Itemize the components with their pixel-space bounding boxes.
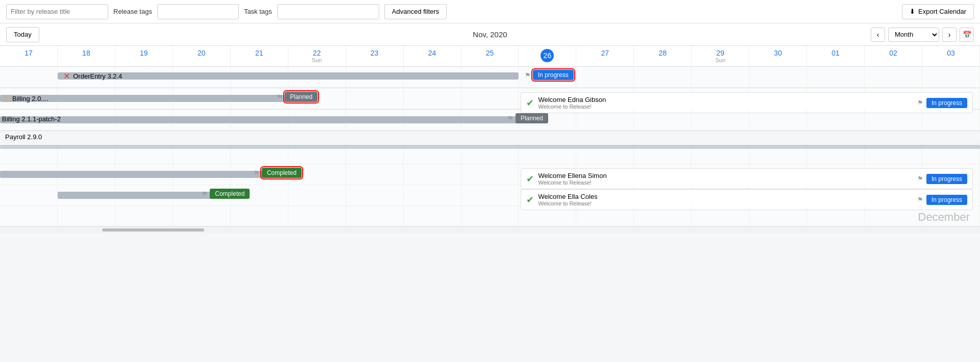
horizontal-scrollbar-thumb[interactable] [102,228,204,231]
billing211-status-badge: Planned [516,113,548,123]
calendar-wrapper[interactable]: 171819202122Sun23242526272829Sun30010203… [0,46,980,362]
edna-card-right: ⚑ In progress [917,98,967,108]
lane-cell-payroll-dec-cells-3 [173,206,231,226]
check-green-icon-ellena: ✔ [526,173,534,185]
lane-cell-orderentry-cells-12 [692,67,749,87]
lane-cell-billing211-cells-13 [749,110,807,130]
flag-icon-billing20: ⚑ [277,93,283,101]
orderentry-bar [58,72,519,80]
lane-cell-billing211-cells-16 [922,110,980,130]
task-tags-input[interactable] [277,4,379,19]
lane-cell-orderentry-cells-16 [922,67,980,87]
check-green-icon-edna: ✔ [526,97,534,109]
ella-card-right: ⚑ In progress [917,195,967,205]
ella-card-left: ✔ Welcome Ella Coles Welcome to Release! [526,193,597,206]
day-number-24: 24 [406,49,459,57]
nav-right: ‹ Month Day Week Quarter › 📅 [871,28,974,42]
ellena-card-left: ✔ Welcome Ellena Simon Welcome to Releas… [526,172,606,186]
ellena-status-badge: In progress [926,174,967,184]
payroll-completed-badge2: Completed [210,189,250,199]
flag-icon-ella: ⚑ [917,196,923,203]
lane-cell-payroll-lane2-cells-5 [288,185,346,205]
calendar-icon[interactable]: 📅 [960,28,974,42]
prev-button[interactable]: ‹ [871,28,885,42]
scrollbar-row[interactable] [0,227,980,233]
day-number-22: 22 [290,49,344,57]
month-label: Nov, 2020 [473,30,507,39]
view-select[interactable]: Month Day Week Quarter [888,28,939,42]
check-green-icon-ella: ✔ [526,194,534,205]
lane-cell-payroll-dec-cells-0 [0,206,58,226]
lane-cell-orderentry-cells-0 [0,67,58,87]
date-cell-18: 18 [58,46,115,66]
billing211-badge-group: ⚑ Planned [507,113,548,123]
flag-icon-billing211: ⚑ [507,115,513,122]
lane-cell-payroll-dec-cells-6 [346,206,404,226]
release-tags-input[interactable] [157,4,239,19]
day-number-23: 23 [348,49,401,57]
flag-icon-orderentry: ⚑ [525,71,531,79]
date-cell-25: 25 [461,46,519,66]
circle-x-icon: ✕ [63,71,70,81]
lane-cell-payroll-dec-cells-12 [692,206,749,226]
lane-cell-payroll-dec-cells-15 [865,206,922,226]
date-cell-01: 01 [807,46,865,66]
edna-card-left: ✔ Welcome Edna Gibson Welcome to Release… [526,96,606,110]
lane-cell-billing20-cells-6 [346,88,404,109]
toolbar: Release tags Task tags Advanced filters … [0,0,980,23]
payroll-lane2-badge-group: ⚑ Completed [202,189,250,199]
advanced-filters-button[interactable]: Advanced filters [384,4,447,19]
ella-status-badge: In progress [926,195,967,205]
lane-cell-payroll-dec-cells-9 [519,206,576,226]
lane-cell-billing20-cells-7 [404,88,461,109]
date-cell-20: 20 [173,46,231,66]
filter-title-input[interactable] [6,4,108,19]
lane-cell-orderentry-cells-14 [807,67,865,87]
lane-cell-payroll-dec-cells-11 [634,206,692,226]
lane-cell-payroll-dec-cells-7 [404,206,461,226]
edna-card-title: Welcome Edna Gibson [538,96,606,104]
lane-cell-payroll-dec-cells-5 [288,206,346,226]
date-cell-28: 28 [634,46,692,66]
edna-card-sub: Welcome to Release! [538,104,606,110]
billing211-full-bar [0,116,519,123]
release-section-billing211: Billing 2.1.1-patch-2 ⚑ Planned [0,110,980,131]
download-icon: ⬇ [910,8,915,15]
orderentry-title-group: ✕ OrderEntry 3.2.4 [63,71,122,81]
date-cell-17: 17 [0,46,58,66]
lane-cell-payroll-lane2-cells-8 [461,185,519,205]
ellena-card-right: ⚑ In progress [917,174,967,184]
orderentry-title: OrderEntry 3.2.4 [73,72,122,80]
day-number-03: 03 [924,49,977,57]
day-number-01: 01 [809,49,862,57]
lane-cell-orderentry-cells-10 [576,67,634,87]
payroll-title-row: Payroll 2.9.0 [0,131,980,143]
lane-cell-payroll-lane2-cells-7 [404,185,461,205]
day-number-27: 27 [578,49,631,57]
lane-cell-payroll-dec-cells-8 [461,206,519,226]
edna-card-info: Welcome Edna Gibson Welcome to Release! [538,96,606,110]
ella-card-title: Welcome Ella Coles [538,193,597,200]
lane-cell-billing211-cells-15 [865,110,922,130]
date-cell-24: 24 [404,46,461,66]
release-tags-label: Release tags [113,8,152,15]
flag-icon-edna: ⚑ [917,99,923,107]
day-number-28: 28 [636,49,689,57]
day-number-19: 19 [117,49,170,57]
ellena-card-title: Welcome Ellena Simon [538,172,606,179]
orderentry-status-badge: In progress [533,70,574,80]
day-number-21: 21 [233,49,286,57]
date-cell-19: 19 [115,46,173,66]
date-header: 171819202122Sun23242526272829Sun30010203 [0,46,980,67]
lane-cell-orderentry-cells-15 [865,67,922,87]
lane-cell-billing211-cells-10 [576,110,634,130]
next-button[interactable]: › [942,28,957,42]
day-number-26: 26 [541,49,554,62]
today-button[interactable]: Today [6,27,39,42]
ellena-card-info: Welcome Ellena Simon Welcome to Release! [538,172,606,186]
date-cell-26: 26 [519,46,576,66]
release-section-orderentry: ✕ OrderEntry 3.2.4 ⚑ In progress [0,67,980,88]
lane-cell-billing20-cells-8 [461,88,519,109]
day-number-25: 25 [463,49,517,57]
export-calendar-button[interactable]: ⬇ Export Calendar [902,4,974,19]
